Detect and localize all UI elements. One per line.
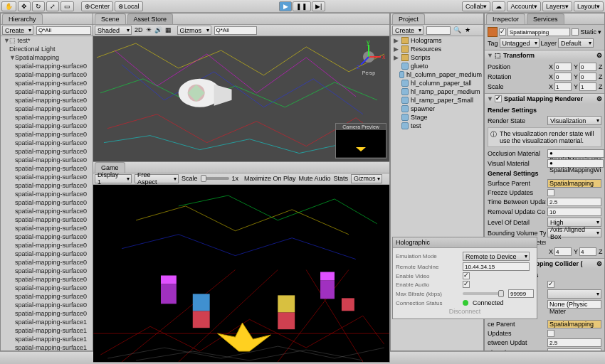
scale-tool[interactable]: ⤢ xyxy=(46,1,59,11)
collab-dropdown[interactable]: Collab ▾ xyxy=(462,1,491,11)
project-asset[interactable]: hl_column_paper_medium xyxy=(391,70,483,79)
tag-dropdown[interactable]: Untagged xyxy=(500,38,540,48)
project-asset[interactable]: Stage xyxy=(391,113,483,122)
scene-gizmo[interactable]: xyz Persp xyxy=(351,39,386,75)
hierarchy-item[interactable]: spatial-mapping-surface0 xyxy=(1,173,93,181)
scene-search[interactable] xyxy=(214,26,257,35)
bitrate-slider[interactable] xyxy=(463,292,504,295)
occlusion-material[interactable]: ● SpatialMappingOc xyxy=(547,149,604,158)
game-aspect[interactable]: Free Aspect xyxy=(135,174,179,183)
surface-parent[interactable]: Spatialmapping xyxy=(547,179,601,188)
hand-tool[interactable]: ✋ xyxy=(1,1,16,11)
remote-machine[interactable] xyxy=(463,262,530,271)
layout-dropdown[interactable]: Layout ▾ xyxy=(574,1,604,11)
gear-icon[interactable]: ⚙ xyxy=(596,95,602,102)
hierarchy-item[interactable]: spatial-mapping-surface1 xyxy=(1,318,93,326)
hierarchy-item[interactable]: spatial-mapping-surface0 xyxy=(1,198,93,207)
pivot-local[interactable]: ⊗ Local xyxy=(115,1,143,11)
hierarchy-item[interactable]: spatial-mapping-surface0 xyxy=(1,224,93,232)
freeze-checkbox[interactable] xyxy=(547,189,554,196)
hierarchy-item[interactable]: spatial-mapping-surface0 xyxy=(1,292,93,301)
project-folder[interactable]: ▶Scripts xyxy=(391,53,483,62)
enable-audio[interactable] xyxy=(463,281,470,288)
hierarchy-item[interactable]: spatial-mapping-surface0 xyxy=(1,250,93,258)
project-filter-icon[interactable]: 🔍 xyxy=(453,26,462,35)
stats-toggle[interactable]: Stats xyxy=(334,175,349,182)
pivot-center[interactable]: ⊕ Center xyxy=(81,1,113,11)
removal-count[interactable] xyxy=(547,208,601,216)
rot-y[interactable] xyxy=(579,73,596,81)
hierarchy-item[interactable]: spatial-mapping-surface0 xyxy=(1,232,93,241)
move-tool[interactable]: ✥ xyxy=(18,1,31,11)
holographic-title[interactable]: Holographic xyxy=(393,237,537,248)
rot-x[interactable] xyxy=(554,73,572,81)
hierarchy-item[interactable]: spatial-mapping-surface0 xyxy=(1,267,93,275)
layer-dropdown[interactable]: Default xyxy=(558,38,594,48)
tab-asset-store[interactable]: Asset Store xyxy=(127,14,174,24)
hierarchy-search[interactable] xyxy=(36,26,91,35)
hierarchy-item[interactable]: spatial-mapping-surface0 xyxy=(1,258,93,267)
hierarchy-item[interactable]: spatial-mapping-surface0 xyxy=(1,62,93,70)
hierarchy-item[interactable]: spatial-mapping-surface0 xyxy=(1,207,93,215)
pos-x[interactable] xyxy=(554,63,572,71)
step-button[interactable]: ▶| xyxy=(312,1,325,11)
hierarchy-item[interactable]: spatial-mapping-surface0 xyxy=(1,87,93,96)
enable-video[interactable] xyxy=(463,272,470,279)
project-asset[interactable]: hl_ramp_paper_medium xyxy=(391,87,483,96)
physic-material[interactable]: None (Physic Mater xyxy=(547,300,601,309)
scene-2d[interactable]: 2D xyxy=(135,26,143,35)
hierarchy-item[interactable]: spatial-mapping-surface0 xyxy=(1,156,93,164)
hierarchy-item[interactable]: spatial-mapping-surface0 xyxy=(1,275,93,284)
project-fav-icon[interactable]: ★ xyxy=(465,26,473,35)
hierarchy-item[interactable]: spatial-mapping-surface0 xyxy=(1,70,93,79)
hierarchy-item[interactable]: spatial-mapping-surface0 xyxy=(1,96,93,105)
hierarchy-item[interactable]: spatial-mapping-surface0 xyxy=(1,79,93,87)
disconnect-button[interactable]: Disconnect xyxy=(449,308,481,315)
hierarchy-item[interactable]: spatial-mapping-surface1 xyxy=(1,335,93,343)
project-asset[interactable]: hl_ramp_paper_Small xyxy=(391,96,483,105)
project-asset[interactable]: test xyxy=(391,122,483,130)
visual-material[interactable]: ● SpatialMappingWi xyxy=(547,159,604,168)
scene-audio-icon[interactable]: 🔊 xyxy=(154,26,162,35)
hierarchy-item[interactable]: spatial-mapping-surface0 xyxy=(1,181,93,190)
render-state[interactable]: Visualization xyxy=(547,116,601,125)
hierarchy-item[interactable]: spatial-mapping-surface0 xyxy=(1,241,93,250)
project-folder[interactable]: ▶Resources xyxy=(391,45,483,53)
project-asset[interactable]: spawner xyxy=(391,105,483,113)
scene-lighting-icon[interactable]: ☀ xyxy=(146,26,152,35)
hierarchy-item[interactable]: spatial-mapping-surface0 xyxy=(1,105,93,113)
scl-x[interactable] xyxy=(554,82,572,91)
scene-shaded[interactable]: Shaded xyxy=(95,26,132,35)
rotate-tool[interactable]: ↻ xyxy=(32,1,45,11)
tab-services[interactable]: Services xyxy=(527,14,564,24)
hierarchy-item[interactable]: spatial-mapping-surface0 xyxy=(1,301,93,309)
hierarchy-item[interactable]: spatial-mapping-surface0 xyxy=(1,190,93,198)
hierarchy-item[interactable]: spatial-mapping-surface0 xyxy=(1,139,93,147)
hierarchy-item[interactable]: spatial-mapping-surface0 xyxy=(1,147,93,156)
hierarchy-item[interactable]: spatial-mapping-surface0 xyxy=(1,284,93,292)
hierarchy-item[interactable]: Directional Light xyxy=(1,45,93,53)
hierarchy-item[interactable]: spatial-mapping-surface0 xyxy=(1,113,93,122)
scene-fx-icon[interactable]: ▦ xyxy=(165,26,172,35)
emulation-mode[interactable]: Remote to Device xyxy=(463,252,530,261)
project-create[interactable]: Create xyxy=(392,26,424,35)
enable-collisions[interactable] xyxy=(547,281,554,288)
pos-y[interactable] xyxy=(579,63,596,71)
play-button[interactable]: ▶ xyxy=(279,1,292,11)
cloud-button[interactable]: ☁ xyxy=(492,1,505,11)
project-asset[interactable]: glueto xyxy=(391,62,483,70)
hierarchy-item[interactable]: spatial-mapping-surface0 xyxy=(1,122,93,130)
rect-tool[interactable]: ▭ xyxy=(60,1,74,11)
scene-gizmos[interactable]: Gizmos xyxy=(177,26,211,35)
tab-scene[interactable]: Scene xyxy=(95,14,126,24)
gear-icon[interactable]: ⚙ xyxy=(596,52,602,59)
game-display[interactable]: Display 1 xyxy=(95,174,132,183)
game-gizmos[interactable]: Gizmos xyxy=(351,174,382,183)
static-checkbox[interactable] xyxy=(572,28,579,36)
hierarchy-item[interactable]: spatial-mapping-surface1 xyxy=(1,326,93,335)
hierarchy-item[interactable]: ▼Spatialmapping xyxy=(1,53,93,62)
object-name-field[interactable] xyxy=(507,28,570,36)
bitrate-value[interactable] xyxy=(508,289,534,298)
mute-toggle[interactable]: Mute Audio xyxy=(299,175,331,182)
hierarchy-item[interactable]: spatial-mapping-surface0 xyxy=(1,309,93,318)
